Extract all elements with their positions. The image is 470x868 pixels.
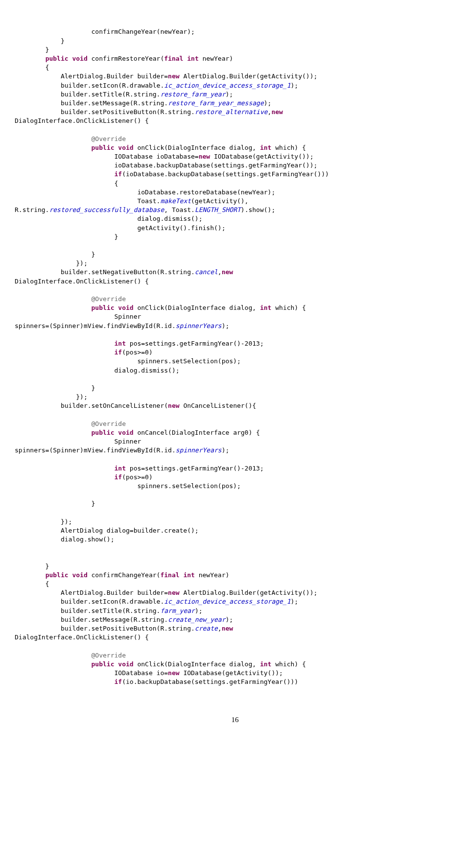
- code-line: }: [15, 37, 65, 45]
- code-line: {: [15, 180, 118, 187]
- code-line: builder.setMessage(R.string.create_new_y…: [15, 616, 233, 623]
- code-line: builder.setIcon(R.drawable.ic_action_dev…: [15, 598, 298, 605]
- code-line: builder.setPositiveButton(R.string.creat…: [15, 625, 233, 632]
- code-line: builder.setNegativeButton(R.string.cance…: [15, 268, 233, 276]
- code-line: int pos=settings.getFarmingYear()-2013;: [15, 465, 264, 472]
- code-line: spinners=(Spinner)mView.findViewById(R.i…: [15, 322, 229, 329]
- code-line: });: [15, 518, 72, 525]
- code-line: public void confirmRestoreYear(final int…: [15, 55, 233, 62]
- code-line: @Override: [15, 652, 126, 659]
- code-line: dialog.dismiss();: [15, 215, 203, 222]
- code-line: getActivity().finish();: [15, 224, 225, 232]
- code-line: AlertDialog dialog=builder.create();: [15, 527, 199, 534]
- code-line: builder.setPositiveButton(R.string.resto…: [15, 108, 283, 116]
- code-line: DialogInterface.OnClickListener() {: [15, 117, 149, 124]
- code-line: public void onClick(DialogInterface dial…: [15, 304, 306, 311]
- code-line: public void confirmChangeYear(final int …: [15, 571, 229, 579]
- code-line: if(pos>=0): [15, 349, 153, 356]
- code-line: }: [15, 563, 49, 570]
- code-line: dialog.show();: [15, 536, 115, 543]
- code-line: builder.setTitle(R.string.restore_farm_y…: [15, 91, 233, 98]
- code-line: builder.setTitle(R.string.farm_year);: [15, 607, 203, 614]
- code-line: if(io.backupDatabase(settings.getFarming…: [15, 678, 298, 685]
- code-line: }: [15, 233, 118, 240]
- code-line: builder.setOnCancelListener(new OnCancel…: [15, 402, 256, 409]
- code-line: @Override: [15, 295, 126, 303]
- code-line: public void onCancel(DialogInterface arg…: [15, 429, 260, 436]
- code-line: confirmChangeYear(newYear);: [15, 28, 195, 35]
- code-line: DialogInterface.OnClickListener() {: [15, 278, 149, 285]
- code-line: }: [15, 251, 95, 258]
- code-line: ioDatabase.restoreDatabase(newYear);: [15, 188, 275, 196]
- code-line: spinners.setSelection(pos);: [15, 482, 241, 490]
- code-line: }: [15, 46, 49, 53]
- code-line: }: [15, 500, 95, 507]
- code-line: if(ioDatabase.backupDatabase(settings.ge…: [15, 170, 329, 178]
- code-line: builder.setMessage(R.string.restore_farm…: [15, 99, 271, 107]
- code-line: ioDatabase.backupDatabase(settings.getFa…: [15, 162, 317, 169]
- code-line: Spinner: [15, 438, 141, 445]
- code-line: spinners.setSelection(pos);: [15, 357, 241, 365]
- code-line: int pos=settings.getFarmingYear()-2013;: [15, 340, 264, 347]
- code-line: IODatabase ioDatabase=new IODatabase(get…: [15, 153, 314, 160]
- code-line: builder.setIcon(R.drawable.ic_action_dev…: [15, 82, 298, 89]
- code-line: });: [15, 259, 88, 267]
- code-line: AlertDialog.Builder builder=new AlertDia…: [15, 589, 317, 596]
- code-line: @Override: [15, 420, 126, 427]
- code-block: confirmChangeYear(newYear); } } public v…: [15, 27, 455, 686]
- code-line: R.string.restored_successfully_database,…: [15, 206, 275, 213]
- code-line: @Override: [15, 135, 126, 142]
- code-line: AlertDialog.Builder builder=new AlertDia…: [15, 72, 317, 80]
- code-line: {: [15, 64, 49, 71]
- code-line: IODatabase io=new IODatabase(getActivity…: [15, 669, 283, 677]
- code-line: }: [15, 384, 95, 392]
- code-line: public void onClick(DialogInterface dial…: [15, 144, 306, 151]
- code-line: if(pos>=0): [15, 473, 153, 481]
- code-line: Toast.makeText(getActivity(),: [15, 197, 248, 205]
- code-line: Spinner: [15, 313, 141, 320]
- code-line: {: [15, 580, 49, 587]
- code-line: public void onClick(DialogInterface dial…: [15, 660, 306, 668]
- code-line: spinners=(Spinner)mView.findViewById(R.i…: [15, 446, 229, 454]
- code-line: });: [15, 393, 88, 400]
- code-line: DialogInterface.OnClickListener() {: [15, 633, 149, 641]
- code-line: dialog.dismiss();: [15, 367, 180, 374]
- page-number: 16: [15, 715, 455, 725]
